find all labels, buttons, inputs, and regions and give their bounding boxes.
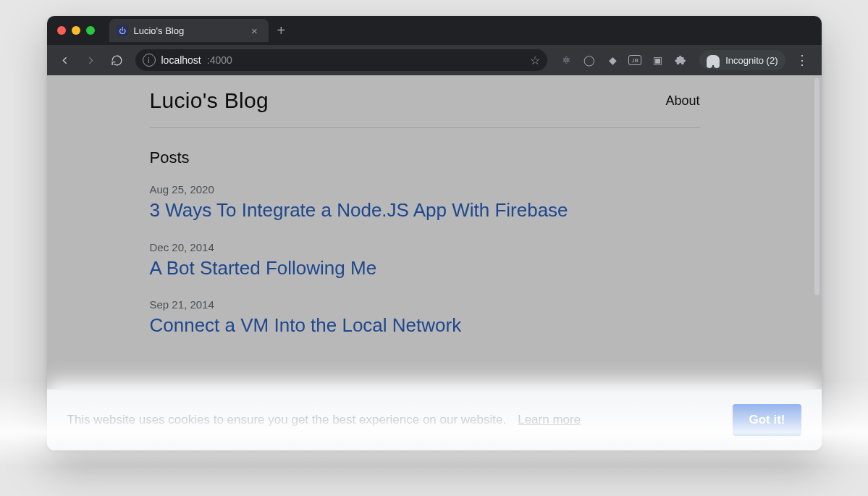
cookie-learn-more-link[interactable]: Learn more — [518, 413, 581, 427]
tab-close-icon[interactable]: × — [248, 25, 261, 36]
browser-window: ⏻ Lucio's Blog × + i localhost:4000 ☆ ⚛ … — [47, 16, 822, 450]
page-viewport: Lucio's Blog About Posts Aug 25, 2020 3 … — [47, 75, 822, 450]
tab-title: Lucio's Blog — [134, 25, 243, 36]
extension-icon-5[interactable]: ▣ — [650, 53, 665, 67]
extension-icon-3[interactable]: ◆ — [605, 53, 620, 67]
post-title-link[interactable]: Connect a VM Into the Local Network — [150, 314, 462, 337]
url-host: localhost — [161, 54, 201, 66]
content: Posts Aug 25, 2020 3 Ways To Integrate a… — [150, 148, 700, 337]
post-date: Aug 25, 2020 — [150, 183, 700, 196]
bookmark-star-icon[interactable]: ☆ — [530, 54, 540, 67]
window-close-button[interactable] — [57, 26, 66, 35]
incognito-icon — [707, 55, 720, 65]
forward-button[interactable] — [80, 49, 102, 71]
extension-icon-4[interactable]: JB — [628, 55, 641, 65]
nav-about-link[interactable]: About — [665, 93, 699, 108]
tab-favicon: ⏻ — [117, 25, 128, 36]
site-info-icon[interactable]: i — [143, 54, 156, 67]
back-button[interactable] — [54, 49, 76, 71]
site-nav: About — [665, 93, 699, 109]
post-item: Sep 21, 2014 Connect a VM Into the Local… — [150, 298, 700, 337]
extension-icons: ⚛ ◯ ◆ JB ▣ — [555, 53, 692, 67]
cookie-banner: This website uses cookies to ensure you … — [47, 389, 822, 450]
extension-icon-2[interactable]: ◯ — [582, 53, 597, 67]
reload-button[interactable] — [106, 49, 128, 71]
address-bar[interactable]: i localhost:4000 ☆ — [135, 49, 548, 71]
incognito-label: Incognito (2) — [725, 55, 778, 66]
post-title-link[interactable]: A Bot Started Following Me — [150, 256, 377, 280]
scrollbar-thumb[interactable] — [814, 78, 819, 295]
incognito-indicator[interactable]: Incognito (2) — [699, 50, 785, 70]
window-zoom-button[interactable] — [86, 26, 95, 35]
posts-heading: Posts — [150, 148, 700, 167]
browser-menu-button[interactable]: ⋮ — [790, 52, 814, 68]
cookie-accept-button[interactable]: Got it! — [733, 404, 801, 436]
react-devtools-icon[interactable]: ⚛ — [559, 53, 573, 67]
post-date: Dec 20, 2014 — [150, 241, 700, 253]
post-item: Aug 25, 2020 3 Ways To Integrate a Node.… — [150, 183, 700, 222]
site-header: Lucio's Blog About — [150, 75, 700, 128]
browser-tab[interactable]: ⏻ Lucio's Blog × — [109, 19, 269, 42]
browser-toolbar: i localhost:4000 ☆ ⚛ ◯ ◆ JB ▣ Incognito … — [47, 45, 822, 75]
window-controls — [53, 26, 102, 35]
site-title[interactable]: Lucio's Blog — [150, 88, 269, 113]
extensions-puzzle-icon[interactable] — [673, 53, 688, 67]
post-title-link[interactable]: 3 Ways To Integrate a Node.JS App With F… — [150, 198, 568, 222]
cookie-text: This website uses cookies to ensure you … — [67, 413, 507, 427]
window-minimize-button[interactable] — [72, 26, 80, 35]
new-tab-button[interactable]: + — [269, 23, 295, 38]
tab-bar: ⏻ Lucio's Blog × + — [47, 16, 822, 45]
post-date: Sep 21, 2014 — [150, 298, 700, 311]
post-item: Dec 20, 2014 A Bot Started Following Me — [150, 241, 700, 280]
url-port: :4000 — [207, 54, 232, 66]
